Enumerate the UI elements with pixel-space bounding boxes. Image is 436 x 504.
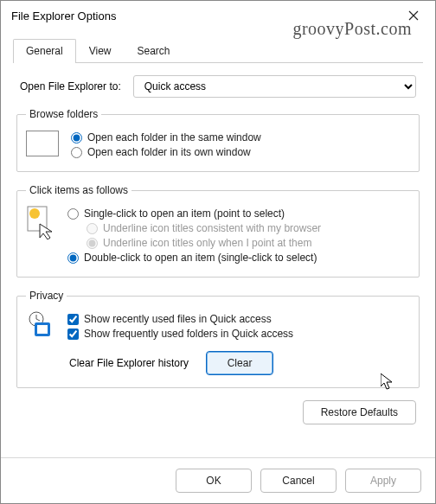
browse-folders-group: Browse folders Open each folder in the s… bbox=[16, 108, 420, 172]
apply-button: Apply bbox=[345, 469, 421, 493]
cursor-icon bbox=[381, 373, 394, 391]
window: File Explorer Options groovyPost.com Gen… bbox=[0, 0, 436, 504]
open-explorer-label: Open File Explorer to: bbox=[20, 80, 121, 93]
radio-single-click[interactable] bbox=[67, 208, 79, 220]
tab-view[interactable]: View bbox=[76, 39, 125, 63]
radio-same-window[interactable] bbox=[71, 132, 82, 144]
click-items-group: Click items as follows Single-click to o… bbox=[16, 184, 420, 278]
radio-own-window-label: Open each folder in its own window bbox=[87, 146, 251, 158]
restore-defaults-button[interactable]: Restore Defaults bbox=[303, 400, 416, 424]
radio-underline-point bbox=[87, 238, 98, 249]
check-freq-folders[interactable] bbox=[67, 329, 79, 340]
privacy-group: Privacy Show recently used files in Quic… bbox=[16, 290, 420, 388]
radio-own-window[interactable] bbox=[71, 147, 82, 158]
click-icon bbox=[26, 205, 55, 239]
svg-rect-4 bbox=[37, 325, 48, 334]
radio-underline-point-label: Underline icon titles only when I point … bbox=[103, 237, 311, 249]
radio-underline-browser bbox=[87, 223, 98, 234]
cancel-button[interactable]: Cancel bbox=[260, 469, 337, 493]
radio-underline-browser-label: Underline icon titles consistent with my… bbox=[103, 222, 321, 234]
tabs: General View Search bbox=[13, 39, 423, 63]
check-recent-files-label: Show recently used files in Quick access bbox=[84, 313, 272, 325]
radio-double-click[interactable] bbox=[67, 252, 79, 264]
privacy-icon bbox=[26, 310, 55, 340]
radio-same-window-label: Open each folder in the same window bbox=[87, 131, 261, 144]
folder-window-icon bbox=[26, 131, 59, 156]
svg-point-1 bbox=[29, 208, 40, 219]
check-recent-files[interactable] bbox=[67, 314, 79, 325]
click-items-legend: Click items as follows bbox=[26, 184, 131, 196]
watermark: groovyPost.com bbox=[292, 19, 412, 39]
tab-search[interactable]: Search bbox=[125, 39, 183, 63]
browse-folders-legend: Browse folders bbox=[26, 108, 101, 120]
dialog-body: General View Search Open File Explorer t… bbox=[1, 30, 435, 457]
ok-button[interactable]: OK bbox=[176, 469, 252, 493]
open-explorer-select[interactable]: Quick access bbox=[133, 75, 416, 98]
radio-double-click-label: Double-click to open an item (single-cli… bbox=[84, 252, 317, 264]
dialog-footer: OK Cancel Apply bbox=[1, 457, 435, 503]
clear-button[interactable]: Clear bbox=[206, 351, 273, 375]
tab-general[interactable]: General bbox=[13, 39, 76, 63]
privacy-legend: Privacy bbox=[26, 290, 67, 302]
check-freq-folders-label: Show frequently used folders in Quick ac… bbox=[84, 328, 293, 340]
open-explorer-row: Open File Explorer to: Quick access bbox=[13, 75, 423, 108]
radio-single-click-label: Single-click to open an item (point to s… bbox=[84, 207, 285, 220]
clear-history-label: Clear File Explorer history bbox=[69, 357, 189, 369]
